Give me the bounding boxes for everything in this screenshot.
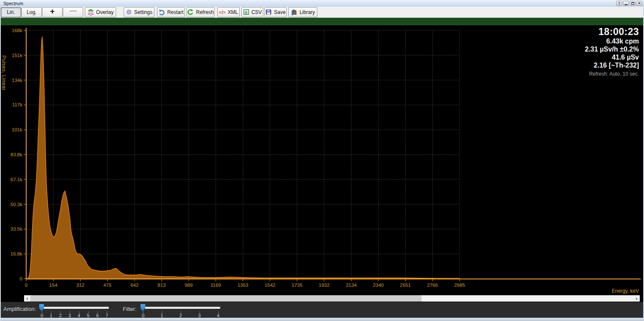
x-tick-label: 2766 [427,283,438,288]
scroll-left-button[interactable]: ‹ [24,295,30,302]
toolbar-button-label: CSV [252,9,262,15]
csv-icon: X [243,9,249,15]
close-button[interactable]: × [636,1,642,6]
y-tick-label: 50.3k [11,202,22,207]
toolbar-button-zoom-out[interactable]: — [63,7,83,17]
toolbar-button-library[interactable]: Library [288,7,317,17]
amplification-slider-thumb[interactable] [39,304,44,311]
spectrum-plot[interactable]: 0154312475642813989116913531542173519322… [0,25,644,294]
isotope-readout: 2.16 [~Th-232] [585,61,639,69]
toolbar-button-label: — [70,7,77,15]
refresh-icon [187,9,194,16]
toolbar-button-label: Restart [167,9,184,15]
y-tick-label: 33.5k [11,226,22,231]
undo-icon [158,9,165,16]
y-tick-label: 168k [12,28,22,33]
filter-slider-track[interactable] [142,307,220,309]
y-tick-label: 16.8k [11,251,22,256]
restore-icon [631,2,634,5]
x-tick-label: 1169 [211,283,221,288]
toolbar-button-label: Log. [27,9,36,15]
x-tick-label: 154 [49,283,58,288]
scrollbar-thumb[interactable] [30,295,422,302]
svg-text:X: X [245,11,247,15]
y-tick-label: 67.1k [11,177,22,182]
chevron-left-icon: ‹ [26,296,28,301]
floppy-icon [265,9,272,15]
toolbar-button-xml[interactable]: </>XML [217,7,240,17]
window-left-frame [0,7,1,321]
toolbar-button-label: XML [228,9,238,15]
chevron-right-icon: › [636,296,637,301]
toolbar-button-label: Overlay [96,9,114,15]
filter-label: Filter: [123,306,137,312]
toolbar-button-zoom-in[interactable]: + [42,7,62,17]
x-tick-label: 2134 [346,283,357,288]
horizontal-scrollbar[interactable]: ‹ › [24,295,640,302]
x-tick-label: 1542 [265,283,276,288]
slider-bar: Amplification: 01234567 Filter: 01234 [0,302,644,318]
toolbar: Lin.Log.+—OverlaySettingsRestartRefresh<… [0,7,644,18]
window-title: Spectrum [0,1,23,6]
spectrum-area [27,37,460,279]
x-tick-label: 2340 [373,283,384,288]
restore-button[interactable] [630,1,636,6]
toolbar-button-label: + [50,7,54,16]
amplification-label: Amplification: [3,306,36,312]
minimize-icon [625,4,628,5]
x-axis-title: Energy, keV [612,288,639,294]
x-tick-label: 1932 [319,283,330,288]
toolbar-button-settings[interactable]: Settings [124,7,154,17]
scrollbar-track[interactable] [422,295,633,302]
help-icon: ? [618,2,620,5]
x-tick-label: 642 [130,283,138,288]
toolbar-button-label: Save [274,9,285,15]
spectrum-window: Spectrum ? × Lin.Log.+—OverlaySettingsRe… [0,0,644,321]
toolbar-button-label: Lin. [7,9,15,15]
y-tick-label: 0 [20,276,22,281]
count-rate-readout: 6.43k cpm [585,37,639,45]
y-tick-label: 83.8k [11,152,22,157]
title-bar[interactable]: Spectrum ? × [0,0,644,7]
refresh-mode-readout: Refresh: Auto, 10 sec. [585,71,639,77]
help-button[interactable]: ? [616,1,622,6]
x-tick-label: 0 [25,283,27,288]
y-tick-label: 101k [12,127,22,132]
x-tick-label: 813 [157,283,165,288]
x-tick-label: 1353 [238,283,249,288]
dose-rate-readout: 2.31 µSv/h ±0.2% [585,45,639,53]
dose-readout: 41.6 µSv [585,53,639,61]
scroll-right-button[interactable]: › [633,295,640,302]
minimize-button[interactable] [623,1,629,6]
xml-icon: </> [219,10,226,15]
x-tick-label: 2985 [454,283,465,288]
toolbar-button-log[interactable]: Log. [22,7,42,17]
x-tick-label: 989 [185,283,193,288]
toolbar-button-label: Settings [134,9,152,15]
layers-icon [87,9,94,16]
x-tick-label: 312 [76,283,84,288]
window-controls: ? × [616,1,642,6]
toolbar-button-overlay[interactable]: Overlay [85,7,116,17]
y-tick-label: 117k [12,102,22,107]
y-tick-label: 134k [12,78,22,83]
x-tick-label: 1735 [292,283,303,288]
toolbar-button-csv[interactable]: XCSV [241,7,263,17]
book-icon [291,9,298,16]
window-bottom-frame [0,318,644,321]
filter-slider-thumb[interactable] [141,304,145,311]
close-icon: × [638,1,641,5]
toolbar-button-label: Library [300,9,315,15]
clock-readout: 18:00:23 [585,26,639,37]
toolbar-button-restart[interactable]: Restart [157,7,185,17]
toolbar-button-refresh[interactable]: Refresh [187,7,214,17]
gear-icon [126,9,132,15]
x-tick-label: 2551 [400,283,411,288]
toolbar-button-lin[interactable]: Lin. [1,7,21,17]
toolbar-button-save[interactable]: Save [265,7,287,17]
readout-panel: 18:00:23 6.43k cpm 2.31 µSv/h ±0.2% 41.6… [585,26,639,77]
y-axis-title: Pulses, Linear [1,55,7,90]
y-tick-label: 151k [12,53,22,58]
amplification-slider-track[interactable] [41,307,109,309]
status-strip [0,18,644,25]
